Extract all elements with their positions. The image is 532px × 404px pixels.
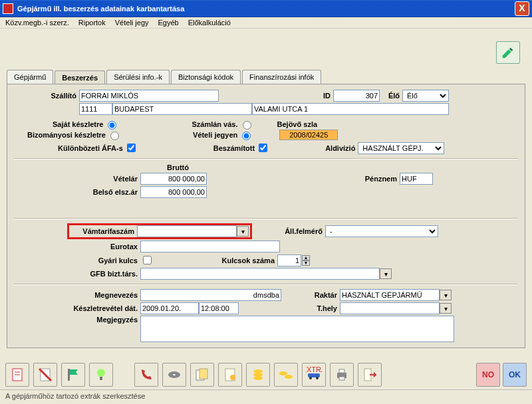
tool-exit[interactable]: [358, 363, 382, 387]
edit-button[interactable]: [496, 41, 520, 64]
tab-beszerzes[interactable]: Beszerzés: [55, 70, 105, 84]
raktar-picker[interactable]: ▾: [440, 290, 452, 300]
penznem-label: Pénznem: [207, 175, 400, 183]
kulcsok-szama-spinner[interactable]: ▲▼: [277, 254, 310, 266]
tab-strip: Gépjármű Beszerzés Sérülési info.-k Bizt…: [7, 70, 525, 84]
tab-serulesi[interactable]: Sérülési info.-k: [106, 70, 170, 84]
belso-field[interactable]: [140, 186, 207, 198]
menu-veteli-jegy[interactable]: Vételi jegy: [115, 19, 149, 27]
thely-field[interactable]: [340, 302, 440, 314]
raktar-label: Raktár: [281, 291, 340, 299]
megnevezes-label: Megnevezés: [14, 291, 140, 299]
svg-rect-5: [68, 369, 70, 381]
ok-button[interactable]: OK: [503, 363, 527, 387]
keszletrevetel-label: Készletrevétel dát.: [14, 304, 140, 312]
aldivizio-label: Aldivízió: [325, 144, 358, 152]
szamlan-vas-radio[interactable]: [243, 121, 251, 130]
tool-nodoc[interactable]: [33, 363, 57, 387]
bottom-toolbar: EXTRA NO OK: [5, 361, 527, 388]
megjegyzes-textarea[interactable]: [140, 316, 454, 342]
vamtarifa-label: Vámtarifaszám: [70, 227, 137, 235]
tool-cert[interactable]: [218, 363, 242, 387]
spinner-down-icon[interactable]: ▼: [302, 260, 310, 266]
tool-print[interactable]: [330, 363, 354, 387]
tab-biztonsagi[interactable]: Biztonsági kódok: [171, 70, 241, 84]
varos-field[interactable]: [112, 103, 252, 115]
elo-select[interactable]: Élő: [402, 90, 449, 102]
svg-point-6: [97, 369, 105, 377]
belso-label: Belső elsz.ár: [14, 188, 140, 196]
sajat-keszletre-radio[interactable]: [108, 121, 116, 130]
tool-phone[interactable]: [134, 363, 158, 387]
status-bar: A gépjárműhöz tartozó extrák szerkesztés…: [0, 389, 532, 404]
bejovo-szla-value[interactable]: 2008/02425: [279, 130, 338, 140]
gyari-kulcs-label: Gyári kulcs: [14, 256, 140, 264]
window-title: Gépjármű ill. beszerzés adatainak karban…: [17, 5, 184, 13]
phone-icon: [138, 367, 154, 383]
svg-rect-19: [308, 373, 320, 377]
tool-bulb[interactable]: [89, 363, 113, 387]
veteli-jegyen-radio[interactable]: [242, 132, 251, 140]
vamtarifa-picker[interactable]: ▾: [237, 226, 249, 237]
kulonbozeti-checkbox[interactable]: [127, 144, 136, 152]
gfb-field[interactable]: [140, 268, 380, 280]
tool-car-extra[interactable]: EXTRA: [302, 363, 326, 387]
tool-flag[interactable]: [61, 363, 85, 387]
tool-stack1[interactable]: [246, 363, 270, 387]
svg-rect-11: [200, 369, 207, 379]
kulcsok-szama-label: Kulcsok száma: [154, 256, 277, 264]
all-felmero-select[interactable]: -: [325, 225, 438, 237]
pencil-icon: [501, 45, 515, 60]
gyari-kulcs-checkbox[interactable]: [143, 256, 152, 264]
szallito-nev-field[interactable]: [79, 90, 219, 102]
sajat-keszletre-label: Saját készletre: [53, 120, 103, 128]
kulcsok-szama-field[interactable]: [277, 254, 301, 266]
beszamitott-checkbox[interactable]: [259, 144, 267, 152]
menu-kozv[interactable]: Közv.megb.-i szerz.: [5, 19, 69, 27]
aldivizio-select[interactable]: HASZNÁLT GÉPJ.: [358, 142, 444, 154]
flag-icon: [65, 367, 81, 383]
svg-point-20: [309, 377, 312, 379]
coins-icon: [250, 367, 266, 383]
beszamitott-label: Beszámított: [213, 144, 255, 152]
spinner-up-icon[interactable]: ▲: [302, 255, 310, 260]
irsz-field[interactable]: [79, 103, 112, 115]
keszletrevetel-date-field[interactable]: [140, 302, 199, 314]
megnevezes-field[interactable]: [140, 289, 281, 301]
cim-field[interactable]: [252, 103, 449, 115]
megjegyzes-label: Megjegyzés: [14, 316, 140, 324]
tab-gepjarmu[interactable]: Gépjármű: [7, 70, 53, 84]
svg-rect-24: [339, 369, 344, 373]
close-button[interactable]: X: [515, 1, 529, 16]
raktar-field[interactable]: [340, 289, 440, 301]
no-button[interactable]: NO: [476, 363, 500, 387]
disc-icon: [166, 367, 182, 383]
svg-point-13: [230, 375, 235, 380]
gfb-picker[interactable]: ▾: [380, 268, 392, 279]
bizomanyosi-radio[interactable]: [110, 132, 119, 140]
tab-finanszirozasi[interactable]: Finanszírozási infók: [242, 70, 321, 84]
szamlan-vas-label: Számlán vás.: [192, 120, 237, 128]
car-extra-icon: EXTRA: [306, 367, 322, 383]
id-label: ID: [219, 92, 333, 100]
menu-egyeb[interactable]: Egyéb: [158, 19, 179, 27]
penznem-field[interactable]: [400, 173, 433, 185]
menu-elokalkulacio[interactable]: Előkalkuláció: [188, 19, 231, 27]
bulb-icon: [93, 367, 109, 383]
eurotax-field[interactable]: [140, 241, 280, 252]
svg-rect-7: [100, 377, 102, 380]
brutto-label: Bruttó: [167, 163, 192, 171]
bejovo-szla-label: Bejövő szla: [277, 120, 321, 128]
tool-disc[interactable]: [162, 363, 186, 387]
tool-stack2[interactable]: [274, 363, 298, 387]
svg-point-21: [316, 377, 319, 379]
gfb-label: GFB bizt.társ.: [14, 270, 140, 278]
tool-doc[interactable]: [5, 363, 29, 387]
tool-notes[interactable]: [190, 363, 214, 387]
vetelar-field[interactable]: [140, 173, 207, 185]
menu-riportok[interactable]: Riportok: [78, 19, 106, 27]
thely-picker[interactable]: ▾: [440, 303, 452, 314]
keszletrevetel-time-field[interactable]: [199, 302, 239, 314]
id-field[interactable]: [333, 90, 380, 102]
vamtarifa-field[interactable]: [137, 225, 237, 237]
